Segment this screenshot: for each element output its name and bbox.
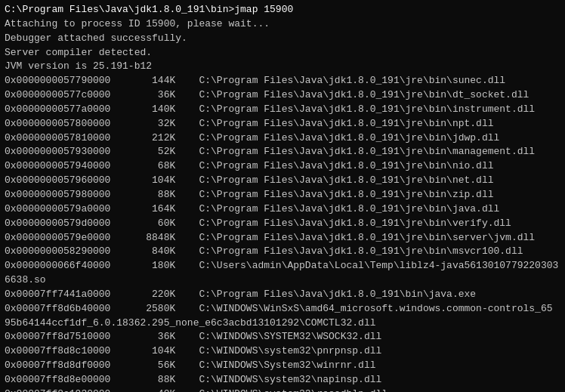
terminal-line: 0x0000000057940000 68K C:\Program Files\… <box>5 159 560 174</box>
terminal-line: Attaching to process ID 15900, please wa… <box>5 17 560 32</box>
terminal-window: C:\Program Files\Java\jdk1.8.0_191\bin>j… <box>0 0 565 392</box>
terminal-line: C:\Program Files\Java\jdk1.8.0_191\bin>j… <box>5 3 560 17</box>
terminal-line: 6638.so <box>5 273 560 288</box>
terminal-line: Debugger attached successfully. <box>5 32 560 46</box>
terminal-line: 0x00000000579e0000 8848K C:\Program File… <box>5 231 560 245</box>
terminal-line: 0x0000000057800000 32K C:\Program Files\… <box>5 117 560 131</box>
terminal-line: 0x0000000058290000 840K C:\Program Files… <box>5 245 560 259</box>
terminal-line: 0x00007ff7441a0000 220K C:\Program Files… <box>5 288 560 302</box>
terminal-line: 0x00007ff8d8c10000 104K C:\WINDOWS\syste… <box>5 344 560 359</box>
terminal-line: 0x0000000066f40000 180K C:\Users\admin\A… <box>5 259 560 273</box>
terminal-line: 95b64144ccf1df_6.0.18362.295_none_e6c3ac… <box>5 316 560 331</box>
terminal-line: 0x0000000057790000 144K C:\Program Files… <box>5 74 560 88</box>
terminal-line: 0x0000000057930000 52K C:\Program Files\… <box>5 145 560 159</box>
terminal-line: 0x00007ff8d6b40000 2580K C:\WINDOWS\WinS… <box>5 302 560 316</box>
terminal-line: 0x00007ff8e1930000 40K C:\WINDOWS\system… <box>5 387 560 392</box>
terminal-line: 0x00007ff8d8e00000 88K C:\WINDOWS\system… <box>5 373 560 387</box>
terminal-line: JVM version is 25.191-b12 <box>5 60 560 74</box>
terminal-line: 0x00000000579d0000 60K C:\Program Files\… <box>5 217 560 231</box>
terminal-line: 0x00000000577a0000 140K C:\Program Files… <box>5 103 560 117</box>
terminal-line: 0x00007ff8d7510000 36K C:\WINDOWS\SYSTEM… <box>5 330 560 344</box>
terminal-line: 0x0000000057980000 88K C:\Program Files\… <box>5 188 560 202</box>
terminal-line: Server compiler detected. <box>5 46 560 60</box>
terminal-line: 0x00000000577c0000 36K C:\Program Files\… <box>5 88 560 103</box>
terminal-line: 0x0000000057810000 212K C:\Program Files… <box>5 131 560 146</box>
terminal-line: 0x00000000579a0000 164K C:\Program Files… <box>5 202 560 217</box>
terminal-line: 0x0000000057960000 104K C:\Program Files… <box>5 174 560 188</box>
terminal-line: 0x00007ff8d8df0000 56K C:\WINDOWS\System… <box>5 359 560 373</box>
